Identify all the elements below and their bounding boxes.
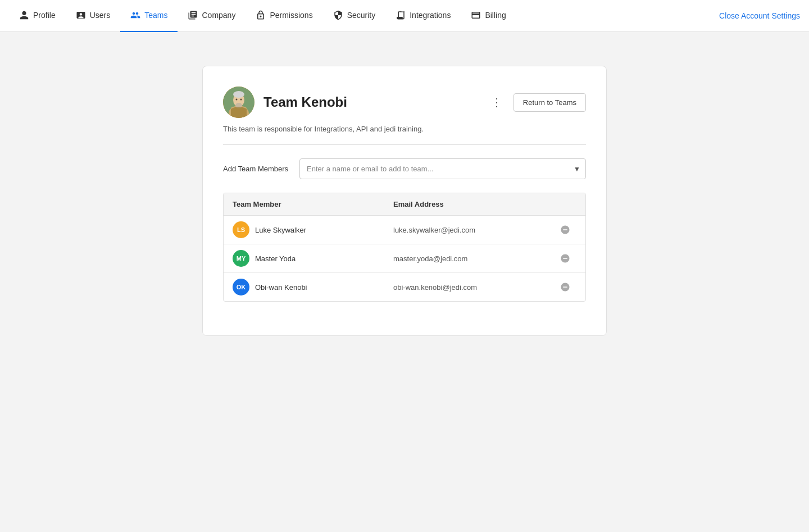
member-select-wrapper: Enter a name or email to add to team... …	[299, 158, 586, 179]
team-avatar	[223, 87, 254, 118]
close-account-settings-button[interactable]: Close Account Settings	[719, 11, 800, 20]
add-member-select[interactable]: Enter a name or email to add to team...	[299, 158, 586, 179]
avatar: MY	[233, 250, 249, 267]
member-email: luke.skywalker@jedi.com	[393, 226, 554, 234]
billing-icon	[471, 10, 481, 20]
nav-label-company: Company	[202, 11, 235, 20]
add-members-label: Add Team Members	[223, 165, 290, 173]
table-row: MY Master Yoda master.yoda@jedi.com	[224, 244, 585, 273]
member-name: Master Yoda	[255, 254, 296, 263]
nav-item-permissions[interactable]: Permissions	[246, 0, 322, 32]
team-name: Team Kenobi	[263, 94, 347, 110]
team-card: Team Kenobi ⋮ Return to Teams This team …	[202, 66, 607, 336]
table-row: LS Luke Skywalker luke.skywalker@jedi.co…	[224, 216, 585, 244]
svg-point-4	[233, 91, 244, 98]
add-members-row: Add Team Members Enter a name or email t…	[223, 158, 586, 179]
member-name: Obi-wan Kenobi	[255, 283, 307, 292]
return-to-teams-button[interactable]: Return to Teams	[513, 93, 586, 112]
more-dots-icon: ⋮	[491, 96, 502, 109]
team-header: Team Kenobi ⋮ Return to Teams	[223, 87, 586, 118]
company-icon	[188, 10, 198, 20]
member-name: Luke Skywalker	[255, 226, 306, 234]
svg-point-7	[240, 99, 242, 101]
col-header-actions	[554, 200, 576, 208]
team-title-area: Team Kenobi	[263, 94, 478, 110]
avatar: LS	[233, 221, 249, 238]
nav-label-teams: Teams	[144, 11, 167, 20]
nav-item-billing[interactable]: Billing	[461, 0, 516, 32]
remove-member-button[interactable]	[554, 222, 576, 237]
member-email: obi-wan.kenobi@jedi.com	[393, 283, 554, 292]
nav-label-security: Security	[347, 11, 376, 20]
nav-item-integrations[interactable]: Integrations	[385, 0, 461, 32]
shield-icon	[333, 10, 343, 20]
remove-member-button[interactable]	[554, 251, 576, 266]
more-options-button[interactable]: ⋮	[487, 93, 507, 111]
col-header-member: Team Member	[233, 200, 393, 208]
table-row: OK Obi-wan Kenobi obi-wan.kenobi@jedi.co…	[224, 273, 585, 301]
svg-point-6	[236, 99, 238, 101]
nav-label-billing: Billing	[485, 11, 506, 20]
nav-item-teams[interactable]: Teams	[120, 0, 178, 32]
nav-item-users[interactable]: Users	[66, 0, 121, 32]
integrations-icon	[396, 10, 406, 20]
table-header: Team Member Email Address	[224, 193, 585, 216]
top-navigation: Profile Users Teams Company Permissions	[0, 0, 809, 32]
remove-member-button[interactable]	[554, 280, 576, 294]
team-description: This team is responsible for Integration…	[223, 125, 586, 133]
nav-item-company[interactable]: Company	[178, 0, 246, 32]
badge-icon	[76, 10, 86, 20]
member-name-cell: MY Master Yoda	[233, 250, 393, 267]
nav-label-integrations: Integrations	[410, 11, 451, 20]
col-header-email: Email Address	[393, 200, 554, 208]
nav-items: Profile Users Teams Company Permissions	[9, 0, 719, 32]
nav-item-profile[interactable]: Profile	[9, 0, 66, 32]
member-name-cell: OK Obi-wan Kenobi	[233, 279, 393, 295]
nav-label-users: Users	[90, 11, 111, 20]
member-email: master.yoda@jedi.com	[393, 254, 554, 263]
members-table: Team Member Email Address LS Luke Skywal…	[223, 193, 586, 302]
lock-icon	[256, 10, 266, 20]
main-content: Team Kenobi ⋮ Return to Teams This team …	[0, 32, 809, 370]
nav-label-permissions: Permissions	[270, 11, 312, 20]
avatar: OK	[233, 279, 249, 295]
nav-label-profile: Profile	[33, 11, 56, 20]
nav-item-security[interactable]: Security	[323, 0, 386, 32]
divider	[223, 144, 586, 145]
team-header-actions: ⋮ Return to Teams	[487, 93, 586, 112]
person-icon	[19, 10, 29, 20]
people-icon	[130, 10, 140, 20]
member-name-cell: LS Luke Skywalker	[233, 221, 393, 238]
